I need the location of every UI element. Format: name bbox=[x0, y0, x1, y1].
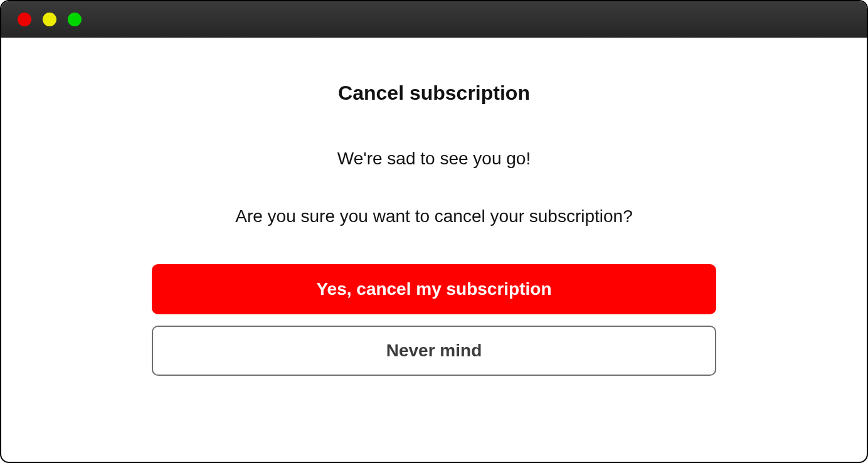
dialog-message-secondary: Are you sure you want to cancel your sub… bbox=[235, 206, 632, 226]
app-window: Cancel subscription We're sad to see you… bbox=[0, 0, 868, 463]
window-minimize-icon[interactable] bbox=[43, 13, 56, 26]
dialog-message-primary: We're sad to see you go! bbox=[337, 149, 531, 169]
never-mind-button[interactable]: Never mind bbox=[152, 326, 716, 376]
titlebar bbox=[1, 1, 867, 38]
window-close-icon[interactable] bbox=[18, 13, 31, 26]
dialog-title: Cancel subscription bbox=[338, 82, 530, 105]
confirm-cancel-button[interactable]: Yes, cancel my subscription bbox=[152, 264, 716, 314]
button-stack: Yes, cancel my subscription Never mind bbox=[152, 264, 716, 376]
window-maximize-icon[interactable] bbox=[68, 13, 82, 26]
dialog-content: Cancel subscription We're sad to see you… bbox=[1, 38, 867, 462]
